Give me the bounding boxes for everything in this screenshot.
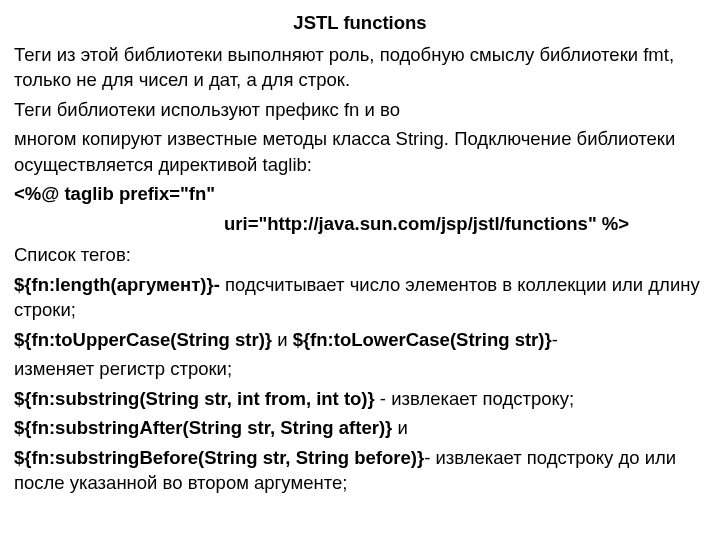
fn-substring-code: ${fn:substring(String str, int from, int… (14, 388, 375, 409)
fn-substring-item: ${fn:substring(String str, int from, int… (14, 386, 706, 412)
fn-case-item-line1: ${fn:toUpperCase(String str)} и ${fn:toL… (14, 327, 706, 353)
fn-length-code: ${fn:length(аргумент)}- (14, 274, 220, 295)
fn-after-and: и (392, 417, 407, 438)
fn-before-item: ${fn:substringBefore(String str, String … (14, 445, 706, 496)
fn-before-code: ${fn:substringBefore(String str, String … (14, 447, 424, 468)
fn-substring-desc: - извлекает подстроку; (375, 388, 575, 409)
paragraph-intro-2a: Теги библиотеки используют префикс fn и … (14, 97, 706, 123)
fn-lower-code: ${fn:toLowerCase(String str)} (293, 329, 552, 350)
paragraph-intro-2b: многом копируют известные методы класса … (14, 126, 706, 177)
fn-upper-code: ${fn:toUpperCase(String str)} (14, 329, 272, 350)
fn-length-item: ${fn:length(аргумент)}- подсчитывает чис… (14, 272, 706, 323)
fn-dash-text: - (552, 329, 558, 350)
fn-and-text: и (272, 329, 293, 350)
fn-case-item-line2: изменяет регистр строки; (14, 356, 706, 382)
fn-after-code: ${fn:substringAfter(String str, String a… (14, 417, 392, 438)
taglib-directive-line2: uri="http://java.sun.com/jsp/jstl/functi… (14, 211, 706, 237)
fn-after-item: ${fn:substringAfter(String str, String a… (14, 415, 706, 441)
page-title: JSTL functions (14, 10, 706, 36)
list-label: Список тегов: (14, 242, 706, 268)
taglib-directive-line1: <%@ taglib prefix="fn" (14, 181, 706, 207)
paragraph-intro-1: Теги из этой библиотеки выполняют роль, … (14, 42, 706, 93)
